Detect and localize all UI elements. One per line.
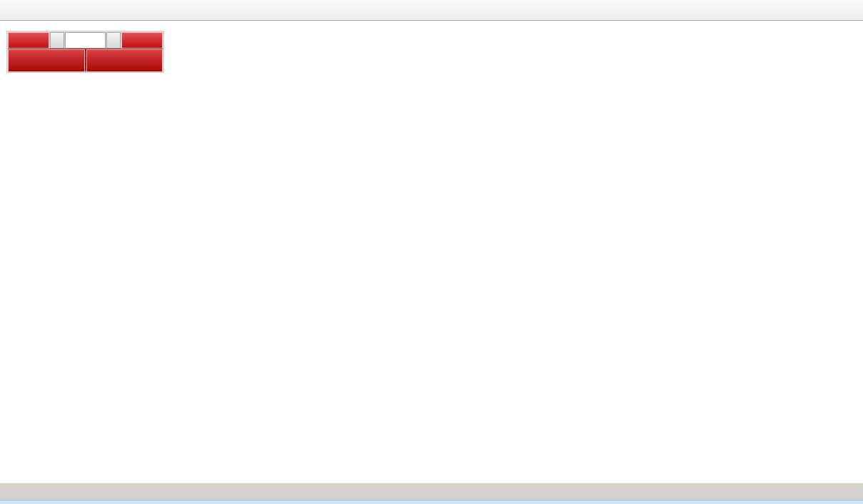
- chart-canvas[interactable]: [0, 0, 863, 504]
- buy-button[interactable]: [121, 32, 163, 49]
- volume-increase-button[interactable]: [106, 32, 121, 49]
- one-click-trading-panel: [7, 31, 163, 72]
- volume-input[interactable]: [65, 32, 106, 49]
- sell-price-panel[interactable]: [8, 49, 85, 72]
- sell-button[interactable]: [8, 32, 49, 49]
- buy-price-panel[interactable]: [86, 49, 163, 72]
- volume-decrease-button[interactable]: [50, 32, 64, 49]
